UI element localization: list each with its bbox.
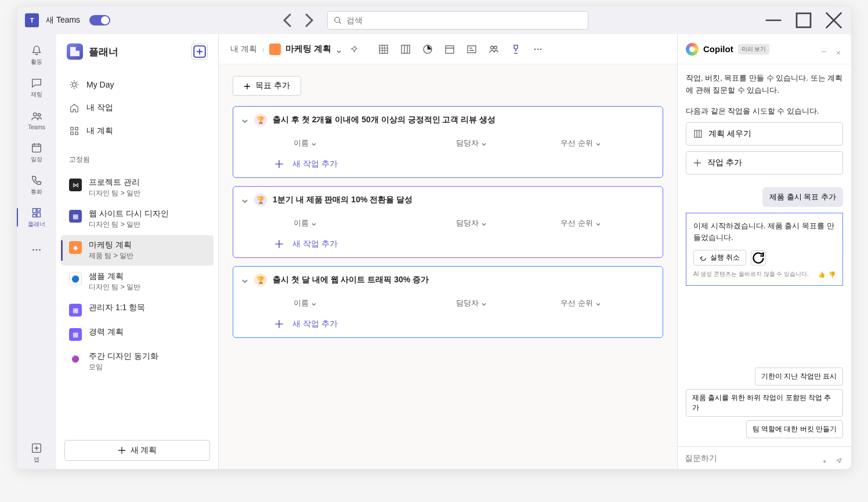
- view-board-icon[interactable]: [400, 43, 411, 55]
- suggestion-chip[interactable]: 기한이 지난 작업만 표시: [755, 368, 843, 385]
- svg-rect-19: [468, 46, 476, 53]
- col-name[interactable]: 이름: [294, 138, 456, 148]
- plan-item-0[interactable]: ⋈ 프로젝트 관리디자인 팀 > 일반: [61, 173, 214, 203]
- collapse-chevron-icon[interactable]: [241, 277, 248, 283]
- copilot-intro-text: 작업, 버킷, 목표를 만들 수 있습니다. 또는 계획에 관해 질문할 수 있…: [686, 72, 843, 97]
- plan-tile-icon: ▦: [69, 210, 82, 223]
- plan-color-chip: [269, 43, 281, 55]
- rail-chat[interactable]: 채팅: [17, 71, 56, 104]
- col-priority[interactable]: 우선 순위: [560, 218, 642, 228]
- plan-item-4[interactable]: ▦ 관리자 1:1 항목: [61, 298, 214, 321]
- view-chart-icon[interactable]: [422, 43, 433, 55]
- plan-item-2[interactable]: ◆ 마케팅 계획제품 팀 > 일반: [61, 235, 214, 265]
- window-close-button[interactable]: [821, 11, 847, 30]
- more-icon[interactable]: [532, 43, 544, 55]
- attach-button[interactable]: [820, 453, 829, 463]
- send-button[interactable]: [834, 453, 844, 463]
- col-priority[interactable]: 우선 순위: [560, 138, 642, 148]
- pin-icon[interactable]: [350, 45, 358, 53]
- svg-point-10: [73, 83, 76, 86]
- regenerate-button[interactable]: [751, 250, 766, 265]
- plan-item-5[interactable]: ▦ 경력 계획: [61, 322, 214, 345]
- thumbs-up-button[interactable]: 👍: [818, 271, 825, 278]
- nav-forward-button[interactable]: [299, 11, 318, 30]
- rail-apps[interactable]: 앱: [17, 436, 56, 469]
- svg-point-27: [825, 51, 826, 52]
- chat-icon: [30, 77, 43, 89]
- rail-calls[interactable]: 통화: [17, 169, 56, 201]
- suggestion-chip[interactable]: 팀 역할에 대한 버킷 만들기: [746, 420, 843, 438]
- view-grid-icon[interactable]: [378, 43, 389, 55]
- rail-calendar[interactable]: 일정: [17, 136, 56, 169]
- goal-title[interactable]: 출시 후 첫 2개월 이내에 50개 이상의 긍정적인 고객 리뷰 생성: [273, 115, 496, 125]
- sun-icon: [69, 79, 79, 90]
- svg-point-6: [36, 249, 38, 251]
- task-column-headers: 이름 담당자 우선 순위: [266, 133, 654, 153]
- view-schedule-icon[interactable]: [444, 43, 455, 55]
- undo-button[interactable]: 실행 취소: [693, 250, 746, 265]
- plan-item-6[interactable]: 🟣 주간 디자인 동기화모임: [61, 347, 214, 377]
- col-assignee[interactable]: 담당자: [456, 298, 560, 308]
- window-maximize-button[interactable]: [791, 11, 816, 30]
- col-name[interactable]: 이름: [294, 218, 456, 228]
- col-assignee[interactable]: 담당자: [456, 138, 560, 148]
- svg-rect-28: [695, 130, 701, 137]
- content-header: 내 계획 › 마케팅 계획: [219, 34, 677, 64]
- rail-teams[interactable]: Teams: [17, 104, 56, 136]
- app-rail: 활동 채팅 Teams 일정 통화 플래너: [17, 34, 56, 469]
- new-plan-button[interactable]: 새 계획: [64, 440, 210, 461]
- plus-icon: [693, 159, 701, 167]
- nav-my-plans[interactable]: 내 계획: [61, 120, 214, 142]
- add-task-button[interactable]: 새 작업 추가: [266, 313, 654, 337]
- plan-item-1[interactable]: ▦ 웹 사이트 다시 디자인디자인 팀 > 일반: [61, 204, 214, 234]
- copilot-input[interactable]: [685, 453, 815, 463]
- plan-item-3[interactable]: 🔵 샘플 계획디자인 팀 > 일반: [61, 267, 214, 297]
- rail-more[interactable]: [17, 234, 56, 266]
- nav-my-tasks[interactable]: 내 작업: [61, 97, 214, 119]
- rail-planner[interactable]: 플래너: [17, 201, 56, 234]
- view-people-icon[interactable]: [488, 43, 500, 55]
- new-teams-toggle[interactable]: [89, 15, 110, 26]
- chevron-down-icon: [595, 140, 601, 146]
- thumbs-down-button[interactable]: 👎: [829, 271, 836, 278]
- view-timeline-icon[interactable]: [466, 43, 478, 55]
- add-task-button[interactable]: 새 작업 추가: [266, 153, 654, 177]
- goal-title[interactable]: 출시 첫 달 내에 웹 사이트 트래픽 30% 증가: [273, 275, 429, 285]
- col-priority[interactable]: 우선 순위: [560, 298, 642, 308]
- copilot-action-plan[interactable]: 계획 세우기: [686, 122, 843, 145]
- copilot-action-add-task[interactable]: 작업 추가: [686, 151, 843, 174]
- home-icon: [69, 103, 79, 113]
- goal-title[interactable]: 1분기 내 제품 판매의 10% 전환율 달성: [273, 195, 413, 205]
- col-assignee[interactable]: 담당자: [456, 218, 560, 228]
- nav-back-button[interactable]: [279, 11, 297, 30]
- new-tab-button[interactable]: [191, 43, 208, 60]
- add-task-button[interactable]: 새 작업 추가: [266, 233, 654, 257]
- task-column-headers: 이름 담당자 우선 순위: [266, 213, 654, 233]
- window-minimize-button[interactable]: [761, 11, 786, 30]
- svg-point-24: [540, 48, 542, 50]
- suggestion-chip[interactable]: 제품 출시를 위한 하위 작업이 포함된 작업 추가: [686, 389, 843, 417]
- svg-rect-18: [446, 46, 454, 53]
- search-input[interactable]: [346, 16, 582, 25]
- plan-tile-icon: ▦: [69, 304, 82, 317]
- svg-point-2: [34, 112, 37, 116]
- search-box[interactable]: [327, 11, 588, 30]
- search-icon: [334, 16, 342, 24]
- copilot-more-button[interactable]: [819, 44, 829, 54]
- nav-my-day[interactable]: My Day: [61, 74, 214, 96]
- view-goals-icon[interactable]: [510, 43, 522, 55]
- breadcrumb-root[interactable]: 내 계획: [230, 44, 257, 54]
- user-message: 제품 출시 목표 추가: [762, 187, 843, 207]
- rail-activity[interactable]: 활동: [17, 39, 56, 71]
- copilot-close-button[interactable]: [834, 45, 843, 54]
- breadcrumb: 내 계획 › 마케팅 계획: [230, 43, 358, 55]
- add-goal-button[interactable]: 목표 추가: [233, 76, 301, 96]
- svg-point-23: [537, 48, 539, 50]
- ai-response-card: 이제 시작하겠습니다. 제품 출시 목표를 만들었습니다. 실행 취소 AI 생…: [686, 213, 843, 286]
- collapse-chevron-icon[interactable]: [241, 197, 248, 203]
- collapse-chevron-icon[interactable]: [241, 117, 248, 123]
- copilot-try-label: 다음과 같은 작업을 시도할 수 있습니다.: [686, 106, 843, 117]
- chevron-down-icon[interactable]: [336, 46, 342, 52]
- plus-icon: [244, 82, 251, 89]
- col-name[interactable]: 이름: [294, 298, 456, 308]
